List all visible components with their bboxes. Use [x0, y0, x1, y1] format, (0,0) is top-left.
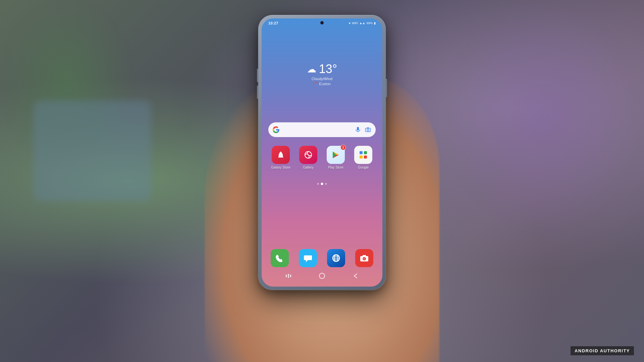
- app-dock: [267, 249, 377, 267]
- google-label: Google: [358, 166, 369, 169]
- phone-body: 10:27 ● WiFi ▲▲ 69% ▮ ☁ 13° Cloudy/Wind …: [258, 15, 386, 290]
- signal-icon: ▲▲: [359, 21, 365, 25]
- svg-rect-7: [360, 156, 363, 159]
- battery-level: 69%: [367, 21, 373, 25]
- background-plant-right: [443, 0, 644, 235]
- location-pin-icon: 📍: [313, 81, 318, 86]
- svg-rect-17: [363, 255, 366, 256]
- dock-messages[interactable]: [295, 249, 321, 267]
- weather-condition: Cloudy/Wind: [307, 77, 337, 81]
- page-indicator: [317, 183, 327, 185]
- weather-widget[interactable]: ☁ 13° Cloudy/Wind 📍 Euston: [307, 62, 337, 86]
- page-dot-1: [317, 183, 319, 185]
- google-g-logo: [272, 126, 280, 133]
- google-lens-icon[interactable]: [364, 126, 372, 133]
- watermark: ANDROID AUTHORITY: [571, 346, 634, 355]
- galaxy-store-label: Galaxy Store: [271, 166, 290, 169]
- page-dot-3: [325, 183, 327, 185]
- internet-icon: [327, 249, 345, 267]
- svg-rect-18: [286, 275, 287, 277]
- app-grid: Galaxy Store Gallery: [268, 146, 376, 169]
- front-camera: [320, 21, 324, 24]
- wifi-icon: WiFi: [352, 21, 358, 25]
- svg-point-1: [367, 129, 369, 131]
- phone-screen: 10:27 ● WiFi ▲▲ 69% ▮ ☁ 13° Cloudy/Wind …: [262, 18, 382, 287]
- weather-icon: ☁: [307, 64, 316, 75]
- svg-rect-6: [364, 151, 367, 154]
- phone-icon: [271, 249, 289, 267]
- camera-icon: [355, 249, 373, 267]
- weather-location: 📍 Euston: [307, 81, 337, 86]
- navigation-bar: [262, 269, 382, 283]
- google-mic-icon[interactable]: [354, 126, 362, 133]
- volume-down-button[interactable]: [257, 85, 258, 99]
- power-button[interactable]: [386, 79, 387, 97]
- watermark-text: ANDROID AUTHORITY: [571, 346, 634, 355]
- status-time: 10:27: [268, 21, 278, 25]
- dock-phone[interactable]: [267, 249, 293, 267]
- svg-rect-2: [367, 127, 369, 128]
- messages-icon: [299, 249, 317, 267]
- app-galaxy-store[interactable]: Galaxy Store: [268, 146, 293, 169]
- google-search-bar[interactable]: [268, 122, 376, 137]
- phone-device: 10:27 ● WiFi ▲▲ 69% ▮ ☁ 13° Cloudy/Wind …: [258, 15, 386, 290]
- status-icons: ● WiFi ▲▲ 69% ▮: [349, 21, 376, 25]
- svg-point-16: [363, 258, 365, 260]
- back-button[interactable]: [350, 270, 362, 282]
- app-gallery[interactable]: Gallery: [296, 146, 321, 169]
- svg-rect-5: [360, 151, 363, 154]
- svg-rect-20: [290, 275, 291, 277]
- gallery-icon: [299, 146, 317, 164]
- svg-rect-19: [288, 274, 289, 278]
- app-google[interactable]: Google: [351, 146, 376, 169]
- page-dot-2: [321, 183, 323, 185]
- dock-internet[interactable]: [323, 249, 349, 267]
- background-block: [34, 101, 151, 201]
- volume-up-button[interactable]: [257, 69, 258, 82]
- svg-rect-8: [364, 156, 367, 159]
- battery-icon: ▮: [374, 21, 376, 25]
- play-store-label: Play Store: [328, 166, 343, 169]
- svg-point-21: [319, 273, 325, 279]
- weather-temperature: 13°: [319, 62, 337, 76]
- notification-dot-icon: ●: [349, 21, 351, 25]
- play-store-badge: 2: [340, 145, 346, 150]
- google-app-icon: [354, 146, 372, 164]
- app-play-store[interactable]: 2 Play Store: [323, 146, 348, 169]
- gallery-label: Gallery: [303, 166, 314, 169]
- galaxy-store-icon: [272, 146, 290, 164]
- dock-camera[interactable]: [351, 249, 377, 267]
- home-button[interactable]: [316, 270, 328, 282]
- recent-apps-button[interactable]: [282, 270, 294, 282]
